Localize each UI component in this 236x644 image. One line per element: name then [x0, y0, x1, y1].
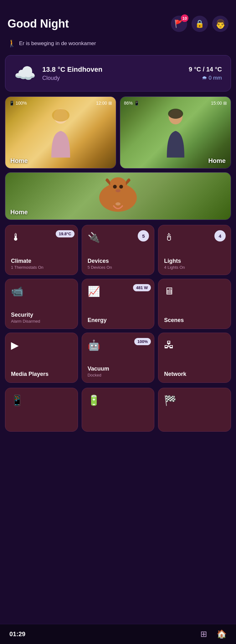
- bottom-nav-icons: ⊞ 🏠: [200, 629, 227, 639]
- widget-scenes[interactable]: 🖥 Scenes: [158, 279, 231, 329]
- network-text: Network: [164, 371, 225, 377]
- avatar[interactable]: 👨: [212, 16, 228, 32]
- grid-icon-1: ⊞: [108, 101, 112, 106]
- media-icon-area: ▶: [11, 339, 72, 351]
- chart-icon: 📈: [88, 286, 100, 297]
- notification-badge: 10: [181, 14, 188, 22]
- play-icon: ▶: [11, 340, 19, 351]
- battery-widget-icon: 🔋: [88, 394, 149, 406]
- photo-card-1[interactable]: 📱 100% 12:00 ⊞ Home: [5, 96, 116, 169]
- motion-text: Er is beweging in de woonkamer: [19, 40, 96, 47]
- photo-label-dog: Home: [10, 209, 28, 216]
- svg-point-8: [119, 185, 123, 189]
- home-nav-icon[interactable]: 🏠: [217, 629, 227, 639]
- media-title: Media Players: [11, 371, 72, 377]
- person-silhouette-2: [160, 107, 191, 158]
- svg-point-1: [52, 109, 69, 122]
- weather-right: 9 °C / 14 °C 🌧 0 mm: [189, 66, 222, 81]
- widget-devices[interactable]: 🔌 5 Devices 5 Devices On: [82, 225, 155, 275]
- time-value-2: 15:00: [211, 101, 222, 106]
- thermometer-icon: 🌡: [11, 231, 21, 243]
- lights-subtitle: 4 Lights On: [164, 265, 225, 270]
- widget-security[interactable]: 📹 Security Alarm Disarmed: [5, 279, 78, 329]
- phone-widget-icon: 📱: [11, 394, 72, 406]
- vacuum-badge: 100%: [134, 338, 151, 345]
- bottom-widget-row: 📱 🔋 🏁: [5, 388, 231, 432]
- scenes-icon: 🖥: [164, 285, 174, 297]
- flag-widget-icon: 🏁: [164, 394, 225, 406]
- lamp-icon: 🕯: [164, 231, 174, 243]
- bottom-nav: 01:29 ⊞ 🏠: [0, 624, 236, 644]
- climate-badge: 19.8°C: [56, 230, 74, 237]
- person-silhouette-1: [45, 107, 76, 158]
- network-title: Network: [164, 371, 225, 377]
- phone-icon-2: 📱: [134, 101, 139, 106]
- media-text: Media Players: [11, 371, 72, 377]
- scenes-title: Scenes: [164, 317, 225, 324]
- lock-button[interactable]: 🔒: [192, 16, 208, 32]
- photo-row-1: 📱 100% 12:00 ⊞ Home 86%: [5, 96, 231, 169]
- scenes-icon-area: 🖥: [164, 285, 225, 297]
- climate-text: Climate 1 Thermostats On: [11, 258, 72, 270]
- photo-overlay-1: 📱 100% 12:00 ⊞: [9, 101, 112, 106]
- grid-icon-2: ⊞: [223, 101, 227, 106]
- photo-battery-1: 📱 100%: [9, 101, 27, 106]
- svg-point-5: [109, 177, 127, 196]
- user-avatar-icon: 👨: [215, 19, 226, 29]
- weather-left: ☁️ 13.8 °C Eindhoven Cloudy: [14, 63, 102, 84]
- widget-vacuum[interactable]: 🤖 100% Vacuum Docked: [82, 333, 155, 383]
- dog-silhouette: [90, 173, 146, 220]
- weather-description: Cloudy: [42, 75, 102, 81]
- photo-card-dog[interactable]: Home: [5, 172, 231, 220]
- weather-rain: 🌧 0 mm: [189, 75, 222, 81]
- lights-text: Lights 4 Lights On: [164, 258, 225, 270]
- grid-nav-icon[interactable]: ⊞: [200, 629, 207, 639]
- energy-badge: 481 W: [133, 284, 151, 291]
- security-subtitle: Alarm Disarmed: [11, 319, 72, 324]
- lights-title: Lights: [164, 258, 225, 264]
- plug-icon: 🔌: [88, 232, 100, 243]
- svg-point-3: [168, 109, 183, 119]
- photo-battery-2: 86% 📱: [124, 101, 139, 106]
- cloud-icon: ☁️: [14, 63, 36, 84]
- vacuum-subtitle: Docked: [88, 373, 149, 377]
- header: Good Night 🚩 10 🔒 👨: [0, 0, 236, 37]
- security-title: Security: [11, 312, 72, 318]
- svg-point-7: [113, 185, 117, 189]
- weather-card: ☁️ 13.8 °C Eindhoven Cloudy 9 °C / 14 °C…: [5, 55, 231, 91]
- photo-time-1: 12:00 ⊞: [96, 101, 112, 106]
- svg-point-6: [115, 202, 121, 205]
- security-icon-area: 📹: [11, 285, 72, 297]
- status-time: 01:29: [9, 631, 25, 638]
- devices-subtitle: 5 Devices On: [88, 265, 149, 270]
- photo-time-2: 15:00 ⊞: [211, 101, 227, 106]
- widget-energy[interactable]: 📈 481 W Energy: [82, 279, 155, 329]
- widget-bottom-2[interactable]: 🔋: [82, 388, 155, 432]
- battery-pct-2: 86%: [124, 101, 133, 106]
- phone-icon-1: 📱: [9, 101, 14, 106]
- photo-bg-dog: [5, 173, 231, 220]
- lock-icon: 🔒: [195, 19, 204, 28]
- photo-card-2[interactable]: 86% 📱 15:00 ⊞ Home: [120, 96, 231, 169]
- weather-info: 13.8 °C Eindhoven Cloudy: [42, 65, 102, 81]
- climate-subtitle: 1 Thermostats On: [11, 265, 72, 270]
- devices-text: Devices 5 Devices On: [88, 258, 149, 270]
- notifications-button[interactable]: 🚩 10: [171, 16, 187, 32]
- photo-label-1: Home: [10, 157, 28, 164]
- widget-bottom-3[interactable]: 🏁: [158, 388, 231, 432]
- widget-mediaplayers[interactable]: ▶ Media Players: [5, 333, 78, 383]
- climate-title: Climate: [11, 258, 72, 264]
- time-value-1: 12:00: [96, 101, 107, 106]
- motion-alert: 🚶 Er is beweging in de woonkamer: [0, 37, 236, 53]
- network-icon: 🖧: [164, 339, 174, 351]
- security-text: Security Alarm Disarmed: [11, 312, 72, 324]
- widget-climate[interactable]: 🌡 19.8°C Climate 1 Thermostats On: [5, 225, 78, 275]
- weather-temp-range: 9 °C / 14 °C: [189, 66, 222, 73]
- widget-lights[interactable]: 🕯 4 Lights 4 Lights On: [158, 225, 231, 275]
- widget-network[interactable]: 🖧 Network: [158, 333, 231, 383]
- energy-text: Energy: [88, 317, 149, 324]
- widget-bottom-1[interactable]: 📱: [5, 388, 78, 432]
- bottom-spacer: [0, 437, 236, 462]
- camera-icon: 📹: [11, 286, 23, 297]
- vacuum-icon: 🤖: [88, 340, 100, 351]
